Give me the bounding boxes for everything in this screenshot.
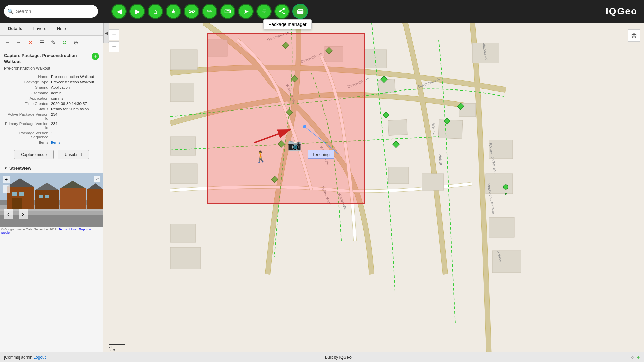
- svg-text:Well St: Well St: [431, 123, 436, 135]
- capture-mode-button[interactable]: Capture mode: [14, 150, 54, 159]
- tenching-label[interactable]: Tenching: [308, 150, 334, 159]
- svg-rect-4: [35, 190, 59, 210]
- package-title: Capture Package: Pre-construction Walkou…: [4, 53, 92, 65]
- label-package-type: Package Type: [4, 80, 51, 84]
- add-button[interactable]: +: [92, 53, 99, 60]
- status-bar: [Comms] admin Logout Built by IQGeo ○ ●: [0, 352, 644, 362]
- value-sharing: Application: [51, 85, 70, 89]
- svg-point-68: [303, 125, 306, 128]
- scale-label-ft: 30 ft: [109, 348, 125, 352]
- streetview-copyright: © Google: [1, 228, 14, 231]
- tab-help[interactable]: Help: [52, 23, 71, 35]
- bookmark-button[interactable]: ★: [166, 4, 181, 19]
- svg-rect-15: [45, 195, 49, 198]
- info-row-sharing: Sharing Application: [4, 85, 99, 90]
- svg-rect-11: [12, 192, 17, 196]
- share-button[interactable]: [274, 4, 290, 19]
- svg-rect-12: [19, 192, 24, 196]
- tab-layers[interactable]: Layers: [28, 23, 52, 35]
- layer-toggle-button[interactable]: [628, 29, 640, 42]
- built-by-logo: IQGeo: [339, 355, 352, 360]
- label-active-version: Active Package Version Id: [4, 112, 51, 120]
- streetview-terms-link[interactable]: Terms of Use: [59, 228, 76, 231]
- value-package-type: Pre-construction Walkout: [51, 80, 94, 84]
- value-time-created: 2020-06-30 14:30:57: [51, 102, 87, 106]
- items-link[interactable]: Items: [51, 140, 60, 144]
- scale-label-m: 5 m: [109, 345, 125, 348]
- streetview-toggle[interactable]: ▼ Streetview: [4, 166, 31, 171]
- streetview-header[interactable]: ▼ Streetview: [0, 163, 103, 173]
- value-username: admin: [51, 91, 61, 95]
- package-manager-tooltip: Package manager: [263, 19, 312, 29]
- streetview-prev-button[interactable]: ‹: [4, 209, 13, 219]
- tab-details[interactable]: Details: [3, 23, 28, 35]
- value-primary-version: 234: [51, 122, 57, 130]
- svg-rect-46: [393, 141, 399, 148]
- panel-search-button[interactable]: ⊕: [71, 38, 80, 47]
- panel-close-button[interactable]: ✕: [25, 38, 35, 47]
- measure-button[interactable]: [220, 4, 235, 19]
- search-input[interactable]: [4, 5, 98, 18]
- svg-rect-25: [438, 120, 463, 139]
- svg-rect-18: [170, 50, 197, 70]
- svg-rect-45: [383, 112, 389, 118]
- label-time-created: Time Created: [4, 102, 51, 106]
- label-version-seq: Package Version Sequence: [4, 131, 51, 139]
- package-subtitle: Pre-cronstruction Walkout: [0, 66, 103, 73]
- streetview-container: ⤢ + − ‹ ›: [0, 173, 103, 227]
- edit-button[interactable]: ✏: [202, 4, 217, 19]
- unsubmit-button[interactable]: Unsubmit: [58, 150, 89, 159]
- value-items[interactable]: Items: [51, 140, 60, 144]
- map-streets-svg: Devonshire Pl Devonshire Pl Devonshire P…: [103, 23, 644, 362]
- zoom-in-button[interactable]: +: [109, 29, 119, 40]
- info-row-primary-version: Primary Package Version Id 234: [4, 121, 99, 130]
- panel-edit-button[interactable]: ✎: [48, 38, 58, 47]
- back-button[interactable]: ◀: [111, 4, 127, 19]
- panel-back-button[interactable]: ←: [3, 38, 12, 47]
- svg-rect-23: [378, 79, 395, 94]
- label-primary-version: Primary Package Version Id: [4, 122, 51, 130]
- forward-button[interactable]: ▶: [129, 4, 145, 19]
- streetview-zoom-out-button[interactable]: −: [3, 185, 10, 193]
- svg-rect-24: [388, 120, 407, 136]
- package-manager-button[interactable]: [292, 4, 308, 19]
- svg-rect-30: [170, 224, 196, 242]
- print-button[interactable]: 🖨: [256, 4, 272, 19]
- streetview-image: [0, 173, 103, 227]
- svg-rect-14: [39, 195, 43, 198]
- streetview-expand-button[interactable]: ⤢: [94, 176, 100, 182]
- streetview-zoom-in-button[interactable]: +: [3, 176, 10, 183]
- zoom-out-button[interactable]: −: [109, 41, 119, 52]
- info-row-active-version: Active Package Version Id 234: [4, 112, 99, 121]
- value-version-seq: 1: [51, 131, 53, 139]
- streetview-chevron: ▼: [4, 166, 7, 170]
- svg-point-49: [503, 185, 508, 189]
- link-button[interactable]: [184, 4, 199, 19]
- svg-rect-32: [388, 167, 409, 184]
- logout-link[interactable]: Logout: [33, 355, 46, 360]
- zoom-controls: + −: [109, 29, 119, 52]
- svg-rect-37: [492, 251, 521, 273]
- label-name: Name: [4, 75, 51, 79]
- panel-forward-button[interactable]: →: [14, 38, 23, 47]
- map-container[interactable]: Devonshire Pl Devonshire Pl Devonshire P…: [103, 23, 644, 362]
- panel-list-button[interactable]: ☰: [37, 38, 46, 47]
- label-status: Status: [4, 107, 51, 111]
- panel-toolbar: ← → ✕ ☰ ✎ ↺ ⊕: [0, 36, 103, 49]
- svg-rect-31: [170, 247, 201, 269]
- status-icon-dot: ●: [637, 354, 640, 360]
- svg-rect-29: [170, 164, 197, 184]
- home-button[interactable]: ⌂: [148, 4, 163, 19]
- left-panel: Details Layers Help ← → ✕ ☰ ✎ ↺ ⊕ Captur…: [0, 23, 103, 362]
- svg-line-66: [254, 129, 291, 143]
- person-marker[interactable]: 🚶: [254, 150, 268, 163]
- value-status: Ready for Submission: [51, 107, 89, 111]
- panel-redo-button[interactable]: ↺: [60, 38, 69, 47]
- collapse-panel-button[interactable]: ◀: [103, 23, 109, 43]
- navigate-button[interactable]: ➤: [238, 4, 254, 19]
- info-row-status: Status Ready for Submission: [4, 106, 99, 112]
- streetview-next-button[interactable]: ›: [19, 209, 28, 219]
- info-row-time-created: Time Created 2020-06-30 14:30:57: [4, 101, 99, 106]
- svg-point-50: [505, 193, 507, 195]
- label-sharing: Sharing: [4, 85, 51, 89]
